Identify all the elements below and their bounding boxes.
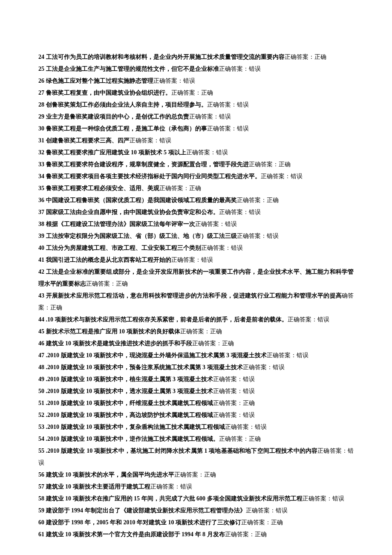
question-text: 鲁班奖工程要求推广应用建筑业 10 项新技术 5 项以上	[46, 149, 186, 156]
answer-label: 正确答案：	[195, 221, 225, 227]
question-text: 鲁班奖工程要求符合建设程序，规章制度健全，资源配置合理，管理手段先进	[46, 161, 249, 168]
answer-label: 正确答案：	[207, 125, 237, 132]
question-item: 30 鲁班奖工程是一种综合优质工程，是施工单位（承包商）的事正确答案：错误	[38, 123, 354, 135]
question-item: 24 工法可作为员工的培训教材和考核材料，是企业内外开展施工技术质量管理交流的重…	[38, 51, 354, 63]
question-item: 41 我国引进工法的概念是从北京西客站工程开始的正确答案：错误	[38, 254, 354, 266]
question-text: 开展新技术应用示范工程活动，意在用科技和管理进步的方法和手段，促进建筑行业工程能…	[46, 292, 342, 299]
answer-value: 正确	[222, 340, 234, 347]
question-number: 60	[38, 519, 44, 526]
question-text: 鲁班奖工程复查，由中国建筑业协会组织进行。	[46, 90, 171, 96]
answer-label: 正确答案：	[219, 209, 249, 215]
question-text: 鲁班奖工程要求项目各项主要技术经济指标处于国内同行业同类型工程先进水平。	[46, 173, 261, 179]
answer-label: 正确答案：	[189, 113, 219, 120]
question-text: 国家级工法由企业自愿申报，由中国建筑业协会负责审定和公布。	[46, 209, 219, 215]
answer-label: 正确答案：	[249, 161, 279, 168]
answer-value: 正确	[279, 161, 291, 168]
answer-label: 正确答案：	[180, 328, 210, 335]
question-item: 39 工法按审定权限分为国家级工法、省（部）级工法、地（市）级工法三级正确答案：…	[38, 230, 354, 242]
document-page: 24 工法可作为员工的培训教材和考核材料，是企业内外开展施工技术质量管理交流的重…	[0, 0, 392, 555]
question-number: 53	[38, 424, 44, 430]
question-text: .2010 版建筑业 10 项新技术中，基坑施工封闭降水技术属第 1 项地基基础…	[46, 448, 318, 454]
answer-value: 错误	[243, 376, 255, 382]
answer-value: 错误	[231, 245, 243, 251]
answer-value: 正确	[249, 436, 261, 442]
answer-label: 正确答案：	[237, 233, 267, 239]
question-list: 24 工法可作为员工的培训教材和考核材料，是企业内外开展施工技术质量管理交流的重…	[38, 51, 354, 541]
answer-label: 正确答案：	[241, 519, 271, 526]
question-text: 业主方是鲁班奖建设项目的中心，是创优工作的总负责	[46, 113, 189, 120]
question-number: 47	[38, 352, 44, 358]
answer-label: 正确答案：	[261, 173, 291, 179]
answer-label: 正确答案：	[317, 448, 348, 454]
answer-label: 正确答案：	[219, 66, 249, 72]
question-item: 46 建筑业 10 项新技术是建筑业推进技术进步的抓手和手段正确答案：正确	[38, 338, 354, 350]
answer-value: 错误	[180, 483, 192, 490]
question-item: 54 .2010 版建筑业 10 项新技术中，逆作法施工技术属建筑工程领域。正确…	[38, 433, 354, 445]
question-number: 25	[38, 66, 44, 72]
question-item: 34 鲁班奖工程要求项目各项主要技术经济指标处于国内同行业同类型工程先进水平。正…	[38, 171, 354, 182]
question-text: 绿色施工应对整个施工过程实施静态管理	[46, 78, 153, 84]
question-text: 建设部于 1994 年制定出台了《建设部建筑业新技术应用示范工程管理办法》	[46, 507, 246, 514]
question-item: 27 鲁班奖工程复查，由中国建筑业协会组织进行。正确答案：正确	[38, 87, 354, 99]
question-number: 55	[38, 448, 44, 454]
answer-value: 正确	[201, 90, 213, 96]
question-text: .2010 版建筑业 10 项新技术中，植生混凝土属第 3 项混凝土技术	[46, 376, 213, 382]
question-item: 43 开展新技术应用示范工程活动，意在用科技和管理进步的方法和手段，促进建筑行业…	[38, 290, 354, 314]
answer-label: 正确答案：	[213, 388, 243, 394]
answer-label: 正确答案：	[159, 185, 189, 191]
answer-value: 错误	[159, 137, 171, 144]
answer-value: 错误	[243, 388, 255, 394]
answer-value: 正确	[314, 54, 326, 60]
question-text: 我国引进工法的概念是从北京西客站工程开始的	[46, 257, 171, 263]
question-text: .2010 版建筑业 10 项新技术中，高边坡防护技术属建筑工程领域	[46, 412, 213, 418]
answer-value: 错误	[219, 113, 231, 120]
answer-value: 正确	[243, 400, 255, 406]
answer-value: 错误	[291, 173, 303, 179]
question-number: 49	[38, 376, 44, 382]
question-number: 34	[38, 173, 44, 179]
question-item: 40 工法分为房屋建筑工程、市政工程、工业安装工程三个类别正确答案：错误	[38, 242, 354, 254]
question-item: 31 创建鲁班奖工程要求三高、四严正确答案：错误	[38, 135, 354, 147]
answer-label: 正确答案：	[86, 280, 116, 287]
question-number: 45	[38, 328, 44, 335]
question-text: 创建鲁班奖工程要求三高、四严	[46, 137, 130, 144]
question-text: 建筑业 10 项新技术第一个官方文件是由原建设部于 1994 年 8 月发布	[46, 531, 225, 538]
question-text: 工法可作为员工的培训教材和考核材料，是企业内外开展施工技术质量管理交流的重要内容	[46, 54, 285, 60]
answer-value: 错误	[276, 507, 288, 514]
question-number: 33	[38, 161, 44, 168]
answer-value: 错误	[216, 149, 228, 156]
question-item: 26 绿色施工应对整个施工过程实施静态管理正确答案：错误	[38, 75, 354, 87]
answer-label: 正确答案：	[207, 101, 237, 108]
answer-value: 错误	[183, 78, 195, 84]
answer-label: 正确答案：	[213, 412, 243, 418]
question-text: .2010 版建筑业 10 项新技术中，纤维混凝土技术属建筑工程领域	[46, 400, 213, 406]
answer-label: 正确答案：	[213, 400, 243, 406]
question-item: 52 .2010 版建筑业 10 项新技术中，高边坡防护技术属建筑工程领域正确答…	[38, 409, 354, 421]
question-text: 创鲁班奖策划工作必须由企业法人亲自主持，项目经理参与。	[46, 101, 207, 108]
answer-value: 正确	[255, 531, 267, 538]
answer-label: 正确答案：	[174, 471, 204, 478]
question-item: 44 .10 项新技术与新技术应用示范工程依存关系紧密，前者是后者的抓手，后者是…	[38, 314, 354, 326]
question-text: 中国建设工程鲁班奖（国家优质工程）是我国建设领域工程质量的最高奖	[46, 197, 237, 203]
question-item: 33 鲁班奖工程要求符合建设程序，规章制度健全，资源配置合理，管理手段先进正确答…	[38, 159, 354, 171]
question-text: .10 项新技术与新技术应用示范工程依存关系紧密，前者是后者的抓手，后者是前者的…	[46, 316, 288, 323]
question-item: 28 创鲁班奖策划工作必须由企业法人亲自主持，项目经理参与。正确答案：错误	[38, 99, 354, 111]
question-item: 59 建设部于 1994 年制定出台了《建设部建筑业新技术应用示范工程管理办法》…	[38, 505, 354, 517]
answer-label: 正确答案：	[150, 483, 180, 490]
question-item: 60 建设部于 1998 年，2005 年和 2010 年对建筑业 10 项新技…	[38, 517, 354, 529]
question-number: 48	[38, 364, 44, 370]
answer-label: 正确答案：	[285, 54, 314, 60]
answer-label: 正确答案：	[303, 495, 332, 502]
question-number: 46	[38, 340, 44, 347]
question-text: 工法是企业标准的重要组成部分，是企业开发应用新技术的一项重要工作内容，是企业技术…	[38, 269, 354, 287]
answer-label: 正确答案：	[219, 436, 249, 442]
answer-value: 错误	[267, 233, 279, 239]
question-number: 38	[38, 221, 44, 227]
answer-value: 错误	[273, 364, 285, 370]
question-text: 根据《工程建设工法管理办法》国家级工法每年评审一次	[46, 221, 195, 227]
question-number: 41	[38, 257, 44, 263]
answer-label: 正确答案：	[201, 245, 231, 251]
question-text: 建筑业 10 项新技术主要适用于建筑工程	[46, 483, 150, 490]
question-text: 建筑业 10 项新技术是建筑业推进技术进步的抓手和手段	[46, 340, 192, 347]
answer-label: 正确答案：	[171, 257, 201, 263]
